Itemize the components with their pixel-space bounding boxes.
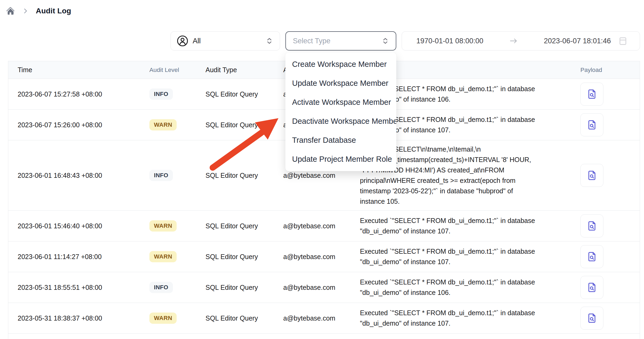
time-cell: 2023-06-07 15:26:00 +08:00 xyxy=(8,121,140,129)
type-filter-select[interactable]: Select Type xyxy=(285,31,396,51)
calendar-icon xyxy=(618,36,628,46)
audit-type-cell: SQL Editor Query xyxy=(196,284,274,291)
time-cell: 2023-05-31 18:38:37 +08:00 xyxy=(8,314,140,322)
actor-cell: a@bytebase.com xyxy=(274,253,351,261)
menu-item-deactivate-workspace-member[interactable]: Deactivate Workspace Member xyxy=(285,112,396,131)
person-circle-icon xyxy=(177,35,188,47)
menu-item-create-workspace-member[interactable]: Create Workspace Member xyxy=(285,55,396,74)
audit-type-cell: SQL Editor Query xyxy=(196,90,274,98)
file-search-icon xyxy=(586,170,598,181)
header-type: Audit Type xyxy=(196,66,274,74)
filter-bar: All Select Type 1970-01-01 08:00:00 2023… xyxy=(170,31,640,51)
chevron-up-down-icon xyxy=(265,37,273,45)
payload-view-button[interactable] xyxy=(580,113,603,136)
header-payload: Payload xyxy=(564,67,640,74)
time-cell: 2023-05-31 18:55:51 +08:00 xyxy=(8,284,140,291)
payload-view-button[interactable] xyxy=(580,83,603,106)
comment-cell: Executed `"SELECT * FROM db_ui_demo.t1;"… xyxy=(351,308,564,329)
page-title: Audit Log xyxy=(36,7,71,15)
audit-level-badge: WARN xyxy=(149,251,177,262)
chevron-up-down-icon xyxy=(381,37,389,45)
file-search-icon xyxy=(586,220,598,232)
date-range-picker[interactable]: 1970-01-01 08:00:00 2023-06-07 18:01:46 xyxy=(402,31,640,51)
payload-view-button[interactable] xyxy=(580,214,603,237)
home-icon[interactable] xyxy=(6,6,15,16)
actor-cell: a@bytebase.com xyxy=(274,172,351,179)
table-row: 2023-05-31 18:38:37 +08:00 WARN SQL Edit… xyxy=(8,303,640,334)
actor-filter-value: All xyxy=(193,37,201,45)
audit-log-page: Audit Log All Select Type 1970-01-01 08:… xyxy=(0,0,644,339)
audit-type-cell: SQL Editor Query xyxy=(196,172,274,179)
menu-item-update-workspace-member[interactable]: Update Workspace Member xyxy=(285,74,396,93)
file-search-icon xyxy=(586,88,598,100)
audit-level-badge: WARN xyxy=(149,119,177,130)
menu-item-update-project-member-role[interactable]: Update Project Member Role xyxy=(285,150,396,169)
header-level: Audit Level xyxy=(140,67,196,74)
payload-view-button[interactable] xyxy=(580,276,603,299)
time-cell: 2023-06-01 15:46:40 +08:00 xyxy=(8,222,140,230)
audit-type-cell: SQL Editor Query xyxy=(196,222,274,230)
audit-level-badge: INFO xyxy=(149,282,173,293)
breadcrumb: Audit Log xyxy=(6,6,71,16)
arrow-right-icon xyxy=(509,36,518,46)
menu-item-transfer-database[interactable]: Transfer Database xyxy=(285,131,396,150)
date-range-end[interactable]: 2023-06-07 18:01:46 xyxy=(544,37,611,45)
file-search-icon xyxy=(586,282,598,293)
table-row-partial xyxy=(8,334,640,339)
audit-type-cell: SQL Editor Query xyxy=(196,253,274,261)
time-cell: 2023-06-07 15:27:58 +08:00 xyxy=(8,90,140,98)
time-cell: 2023-06-01 11:14:27 +08:00 xyxy=(8,253,140,261)
type-filter-placeholder: Select Type xyxy=(293,37,331,45)
actor-cell: a@bytebase.com xyxy=(274,222,351,230)
chevron-right-icon xyxy=(22,7,29,14)
audit-level-badge: INFO xyxy=(149,170,173,181)
menu-item-activate-workspace-member[interactable]: Activate Workspace Member xyxy=(285,93,396,112)
audit-type-cell: SQL Editor Query xyxy=(196,314,274,322)
file-search-icon xyxy=(586,119,598,130)
audit-level-badge: WARN xyxy=(149,313,177,324)
comment-cell: Executed `"SELECT * FROM db_ui_demo.t1;"… xyxy=(351,246,564,267)
header-time: Time xyxy=(8,66,140,74)
actor-filter-select[interactable]: All xyxy=(170,31,280,51)
date-range-start[interactable]: 1970-01-01 08:00:00 xyxy=(416,37,483,45)
audit-level-badge: WARN xyxy=(149,220,177,232)
table-row: 2023-06-01 15:46:40 +08:00 WARN SQL Edit… xyxy=(8,211,640,241)
time-cell: 2023-06-01 16:48:43 +08:00 xyxy=(8,172,140,179)
payload-view-button[interactable] xyxy=(580,245,603,268)
audit-level-badge: INFO xyxy=(149,88,173,100)
actor-cell: a@bytebase.com xyxy=(274,314,351,322)
file-search-icon xyxy=(586,313,598,324)
comment-cell: Executed `"SELECT * FROM db_ui_demo.t1;"… xyxy=(351,277,564,298)
type-dropdown-menu: Create Workspace Member Update Workspace… xyxy=(285,52,396,171)
comment-cell: Executed `"SELECT * FROM db_ui_demo.t1;"… xyxy=(351,215,564,236)
payload-view-button[interactable] xyxy=(580,307,603,330)
audit-type-cell: SQL Editor Query xyxy=(196,121,274,129)
file-search-icon xyxy=(586,251,598,262)
table-row: 2023-06-01 11:14:27 +08:00 WARN SQL Edit… xyxy=(8,241,640,272)
actor-cell: a@bytebase.com xyxy=(274,284,351,291)
table-row: 2023-05-31 18:55:51 +08:00 INFO SQL Edit… xyxy=(8,272,640,303)
payload-view-button[interactable] xyxy=(580,164,603,187)
